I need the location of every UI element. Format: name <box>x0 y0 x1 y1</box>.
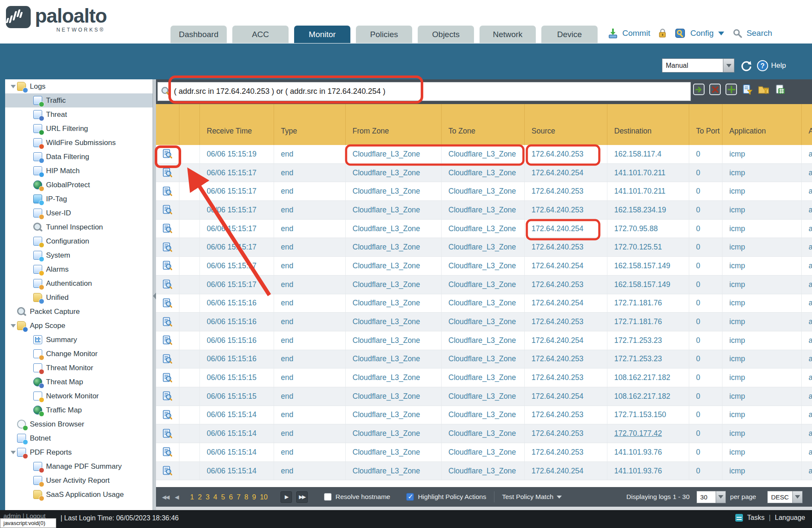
cell-from-zone[interactable]: Cloudflare_L3_Zone <box>345 182 441 200</box>
page-number-7[interactable]: 7 <box>237 493 240 501</box>
sidebar-splitter[interactable] <box>153 79 156 510</box>
cell-application[interactable]: icmp <box>722 313 801 331</box>
cell-action[interactable]: al <box>801 350 812 368</box>
cell-receive-time[interactable]: 06/06 15:15:15 <box>199 387 274 406</box>
config-caret-icon[interactable] <box>718 32 724 35</box>
cell-to-port[interactable]: 0 <box>689 182 722 200</box>
cell-to-zone[interactable]: Cloudflare_L3_Zone <box>441 424 524 443</box>
cell-detail[interactable] <box>156 257 179 275</box>
sidebar-item-traffic[interactable]: Traffic <box>5 93 153 107</box>
cell-to-zone[interactable]: Cloudflare_L3_Zone <box>441 387 524 406</box>
cell-type[interactable]: end <box>274 443 345 461</box>
sidebar-item-session-browser[interactable]: Session Browser <box>5 417 153 431</box>
cell-detail[interactable] <box>156 145 179 163</box>
sidebar-item-change-monitor[interactable]: Change Monitor <box>5 347 153 361</box>
cell-destination[interactable]: 108.162.217.182 <box>607 368 689 387</box>
cell-from-zone[interactable]: Cloudflare_L3_Zone <box>345 462 441 480</box>
cell-receive-time[interactable]: 06/06 15:15:14 <box>199 406 274 424</box>
cell-type[interactable]: end <box>274 462 345 480</box>
cell-destination[interactable]: 172.71.181.76 <box>607 294 689 313</box>
tasks-link[interactable]: Tasks <box>747 514 765 522</box>
next-page-button[interactable]: ▶ <box>280 491 292 503</box>
cell-to-zone[interactable]: Cloudflare_L3_Zone <box>441 443 524 461</box>
cell-action[interactable]: al <box>801 443 812 461</box>
sidebar-item-summary[interactable]: Summary <box>5 333 153 347</box>
cell-application[interactable]: icmp <box>722 145 801 163</box>
cell-type[interactable]: end <box>274 294 345 313</box>
cell-source[interactable]: 172.64.240.253 <box>524 201 607 219</box>
tab-acc[interactable]: ACC <box>232 26 289 43</box>
cell-type[interactable]: end <box>274 350 345 368</box>
cell-source[interactable]: 172.64.240.254 <box>524 164 607 182</box>
cell-action[interactable]: al <box>801 406 812 424</box>
sidebar-item-unified[interactable]: Unified <box>5 290 153 305</box>
cell-source[interactable]: 172.64.240.253 <box>524 424 607 443</box>
cell-to-zone[interactable]: Cloudflare_L3_Zone <box>441 182 524 200</box>
cell-source[interactable]: 172.64.240.253 <box>524 443 607 461</box>
apply-filter-button[interactable] <box>693 84 705 95</box>
cell-from-zone[interactable]: Cloudflare_L3_Zone <box>345 257 441 275</box>
sidebar-item-threat-map[interactable]: Threat Map <box>5 375 153 389</box>
tab-monitor[interactable]: Monitor <box>294 26 350 43</box>
cell-source[interactable]: 172.64.240.253 <box>524 145 607 163</box>
cell-receive-time[interactable]: 06/06 15:15:17 <box>199 257 274 275</box>
cell-to-zone[interactable]: Cloudflare_L3_Zone <box>441 331 524 350</box>
cell-to-zone[interactable]: Cloudflare_L3_Zone <box>441 257 524 275</box>
cell-to-zone[interactable]: Cloudflare_L3_Zone <box>441 368 524 387</box>
cell-to-port[interactable]: 0 <box>689 424 722 443</box>
cell-application[interactable]: icmp <box>722 406 801 424</box>
sidebar-item-user-activity-report[interactable]: User Activity Report <box>5 473 153 487</box>
sidebar-item-tunnel-inspection[interactable]: Tunnel Inspection <box>5 220 153 234</box>
prev-page-button[interactable]: ◀ <box>175 494 178 500</box>
cell-type[interactable]: end <box>274 164 345 182</box>
cell-destination[interactable]: 172.70.177.42 <box>607 424 689 443</box>
cell-from-zone[interactable]: Cloudflare_L3_Zone <box>345 201 441 219</box>
cell-action[interactable]: al <box>801 257 812 275</box>
cell-to-port[interactable]: 0 <box>689 276 722 294</box>
cell-application[interactable]: icmp <box>722 387 801 406</box>
cell-to-port[interactable]: 0 <box>689 238 722 256</box>
cell-destination[interactable]: 172.70.95.88 <box>607 220 689 238</box>
sidebar-item-system[interactable]: System <box>5 248 153 262</box>
refresh-mode-dropdown-button[interactable] <box>723 58 734 73</box>
cell-detail[interactable] <box>156 350 179 368</box>
cell-source[interactable]: 172.64.240.253 <box>524 406 607 424</box>
cell-from-zone[interactable]: Cloudflare_L3_Zone <box>345 368 441 387</box>
cell-destination[interactable]: 141.101.93.76 <box>607 443 689 461</box>
page-number-2[interactable]: 2 <box>198 493 202 501</box>
cell-detail[interactable] <box>156 294 179 313</box>
cell-to-port[interactable]: 0 <box>689 220 722 238</box>
cell-to-zone[interactable]: Cloudflare_L3_Zone <box>441 350 524 368</box>
column-header-receive-time[interactable]: Receive Time <box>199 104 274 145</box>
sidebar-item-configuration[interactable]: Configuration <box>5 234 153 248</box>
cell-detail[interactable] <box>156 220 179 238</box>
cell-receive-time[interactable]: 06/06 15:15:17 <box>199 182 274 200</box>
cell-application[interactable]: icmp <box>722 350 801 368</box>
cell-action[interactable]: al <box>801 145 812 163</box>
cell-to-zone[interactable]: Cloudflare_L3_Zone <box>441 294 524 313</box>
tab-policies[interactable]: Policies <box>356 26 412 43</box>
cell-action[interactable]: al <box>801 424 812 443</box>
config-menu[interactable]: Config <box>690 29 714 38</box>
cell-application[interactable]: icmp <box>722 220 801 238</box>
cell-action[interactable]: al <box>801 182 812 200</box>
sidebar-item-authentication[interactable]: Authentication <box>5 276 153 290</box>
cell-application[interactable]: icmp <box>722 443 801 461</box>
cell-detail[interactable] <box>156 406 179 424</box>
cell-destination[interactable]: 172.71.253.23 <box>607 331 689 350</box>
tab-network[interactable]: Network <box>480 26 536 43</box>
cell-application[interactable]: icmp <box>722 257 801 275</box>
cell-destination[interactable]: 162.158.157.149 <box>607 276 689 294</box>
cell-destination[interactable]: 108.162.217.182 <box>607 387 689 406</box>
cell-action[interactable]: al <box>801 294 812 313</box>
cell-type[interactable]: end <box>274 182 345 200</box>
cell-action[interactable]: al <box>801 276 812 294</box>
sidebar-item-manage-pdf-summary[interactable]: Manage PDF Summary <box>5 459 153 473</box>
sidebar-item-wildfire-submissions[interactable]: WildFire Submissions <box>5 136 153 150</box>
cell-source[interactable]: 172.64.240.254 <box>524 257 607 275</box>
cell-receive-time[interactable]: 06/06 15:15:17 <box>199 276 274 294</box>
sidebar-item-saas-application-usage[interactable]: SaaS Application Usage <box>5 487 153 502</box>
cell-to-port[interactable]: 0 <box>689 294 722 313</box>
sidebar-item-threat-monitor[interactable]: Threat Monitor <box>5 361 153 375</box>
cell-destination[interactable]: 172.70.125.51 <box>607 238 689 256</box>
